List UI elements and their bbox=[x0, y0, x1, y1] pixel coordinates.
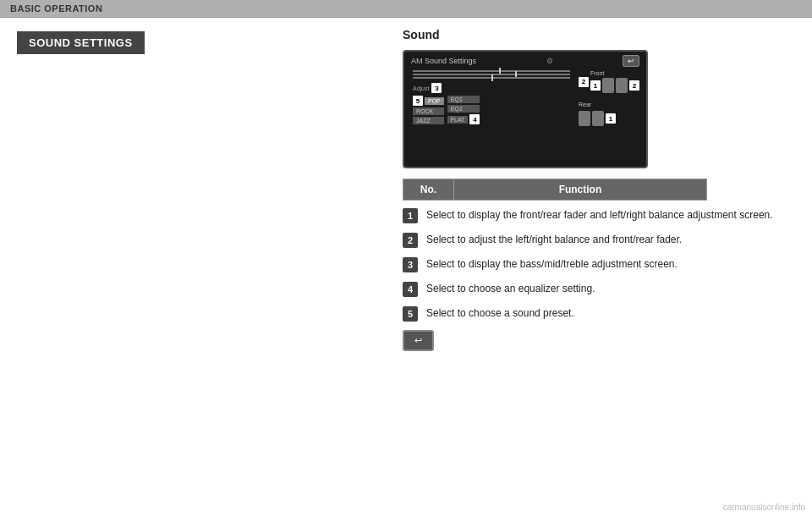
badge-4: 4 bbox=[469, 114, 480, 124]
back-button-area: ↩ bbox=[403, 330, 798, 351]
eq-options-col: EQ1 EQ2 FLAT 4 bbox=[447, 96, 480, 124]
eq-1[interactable]: EQ1 bbox=[447, 96, 480, 103]
item-badge-2: 2 bbox=[403, 233, 418, 248]
screen-left-area: Adjust 3 5 POP ROCK JAZZ bbox=[409, 70, 570, 126]
eq-rock[interactable]: ROCK bbox=[413, 107, 444, 115]
eq-jazz[interactable]: JAZZ bbox=[413, 117, 444, 124]
item-desc-3: Select to display the bass/mid/treble ad… bbox=[426, 256, 798, 272]
item-row-5: 5 Select to choose a sound preset. bbox=[403, 305, 798, 322]
badge-1-rear: 1 bbox=[606, 113, 616, 124]
function-table: No. Function bbox=[403, 179, 707, 201]
eq-2[interactable]: EQ2 bbox=[447, 105, 480, 113]
item-badge-4: 4 bbox=[403, 282, 418, 297]
speaker-area: 2 Front 1 2 Rear bbox=[573, 70, 641, 126]
left-panel: SOUND SETTINGS bbox=[0, 18, 389, 514]
speaker-rear-r bbox=[592, 111, 604, 126]
eq-pop[interactable]: POP bbox=[425, 97, 444, 105]
item-desc-4: Select to choose an equalizer setting. bbox=[426, 281, 798, 296]
item-row-1: 1 Select to display the front/rear fader… bbox=[403, 207, 798, 223]
badge-3: 3 bbox=[431, 83, 442, 93]
badge-2-l: 2 bbox=[579, 77, 589, 87]
item-desc-5: Select to choose a sound preset. bbox=[426, 305, 798, 321]
item-badge-5: 5 bbox=[403, 306, 418, 322]
screen-back-btn[interactable]: ↩ bbox=[623, 55, 639, 67]
item-desc-2: Select to adjust the left/right balance … bbox=[426, 232, 798, 247]
item-badge-3: 3 bbox=[403, 257, 418, 272]
speaker-rear-l bbox=[579, 111, 590, 126]
settings-icon: ⚙ bbox=[546, 57, 553, 65]
item-desc-1: Select to display the front/rear fader a… bbox=[426, 207, 798, 223]
col-fn-header: Function bbox=[453, 179, 706, 201]
screen-top-bar: AM Sound Settings ⚙ ↩ bbox=[404, 52, 646, 70]
screen-inner: Adjust 3 5 POP ROCK JAZZ bbox=[404, 70, 646, 126]
eq-flat[interactable]: FLAT bbox=[447, 116, 469, 124]
front-label: Front bbox=[590, 70, 639, 76]
badge-5: 5 bbox=[413, 96, 423, 106]
badge-2-r: 2 bbox=[629, 80, 639, 91]
badge-1-front: 1 bbox=[590, 80, 601, 91]
rear-label: Rear bbox=[579, 102, 591, 107]
watermark: carmanualsonline.info bbox=[723, 503, 805, 512]
adjust-label: Adjust bbox=[413, 85, 429, 91]
item-badge-1: 1 bbox=[403, 208, 418, 223]
sound-title: Sound bbox=[403, 28, 798, 41]
speaker-front-r bbox=[616, 78, 628, 93]
eq-presets-col: 5 POP ROCK JAZZ bbox=[413, 96, 444, 124]
item-row-3: 3 Select to display the bass/mid/treble … bbox=[403, 256, 798, 272]
screen-label: AM Sound Settings bbox=[411, 57, 476, 65]
header-title: BASIC OPERATION bbox=[10, 3, 102, 14]
item-row-4: 4 Select to choose an equalizer setting. bbox=[403, 281, 798, 297]
speaker-front-l bbox=[602, 78, 614, 93]
item-row-2: 2 Select to adjust the left/right balanc… bbox=[403, 232, 798, 248]
main-content: SOUND SETTINGS Sound AM Sound Settings ⚙… bbox=[0, 18, 812, 514]
back-button[interactable]: ↩ bbox=[403, 330, 434, 351]
header-bar: BASIC OPERATION bbox=[0, 0, 812, 18]
col-no-header: No. bbox=[403, 179, 454, 201]
screen-mockup: AM Sound Settings ⚙ ↩ bbox=[403, 50, 648, 168]
section-title: SOUND SETTINGS bbox=[17, 31, 145, 54]
right-panel: Sound AM Sound Settings ⚙ ↩ bbox=[389, 18, 812, 514]
items-area: 1 Select to display the front/rear fader… bbox=[403, 207, 798, 322]
